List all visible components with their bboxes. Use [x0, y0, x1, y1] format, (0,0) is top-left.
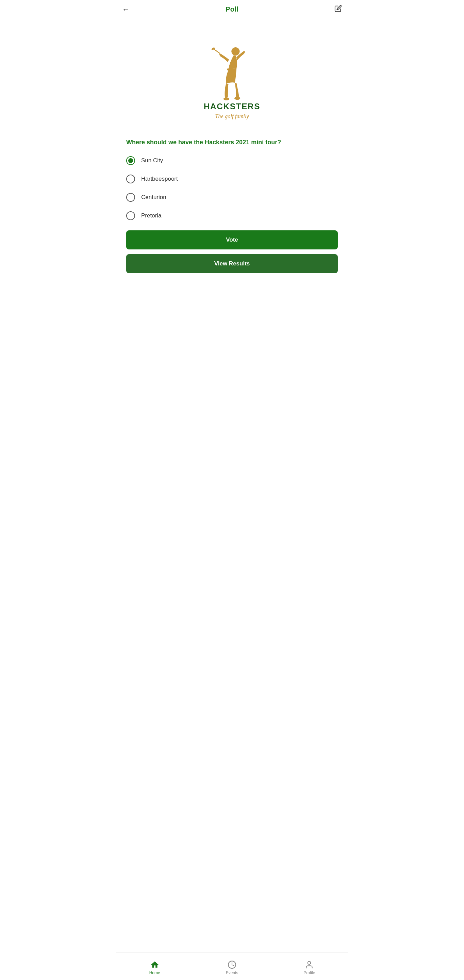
- view-results-button[interactable]: View Results: [126, 254, 338, 273]
- option-centurion[interactable]: Centurion: [126, 193, 338, 202]
- option-sun-city[interactable]: Sun City: [126, 156, 338, 165]
- svg-text:The golf family: The golf family: [215, 113, 249, 119]
- radio-sun-city[interactable]: [126, 156, 135, 165]
- option-pretoria[interactable]: Pretoria: [126, 211, 338, 220]
- vote-button[interactable]: Vote: [126, 231, 338, 250]
- svg-point-2: [224, 97, 229, 100]
- option-hartbeespoort[interactable]: Hartbeespoort: [126, 175, 338, 183]
- option-label-sun-city: Sun City: [141, 157, 163, 164]
- edit-button[interactable]: [334, 5, 342, 14]
- header: ← Poll: [116, 0, 348, 19]
- radio-inner-sun-city: [128, 158, 133, 163]
- radio-centurion[interactable]: [126, 193, 135, 202]
- option-label-hartbeespoort: Hartbeespoort: [141, 176, 178, 182]
- back-button[interactable]: ←: [122, 6, 130, 13]
- options-list: Sun City Hartbeespoort Centurion Pretori…: [126, 156, 338, 220]
- poll-question: Where should we have the Hacksters 2021 …: [126, 138, 338, 147]
- svg-point-3: [234, 97, 240, 100]
- svg-text:HACKSTERS: HACKSTERS: [204, 102, 261, 111]
- option-label-pretoria: Pretoria: [141, 212, 162, 219]
- svg-rect-4: [227, 68, 237, 70]
- option-label-centurion: Centurion: [141, 194, 166, 201]
- hacksters-logo: HACKSTERS The golf family: [184, 33, 280, 128]
- poll-content: Where should we have the Hacksters 2021 …: [116, 138, 348, 283]
- page-title: Poll: [226, 5, 238, 13]
- radio-hartbeespoort[interactable]: [126, 175, 135, 183]
- svg-point-0: [231, 47, 240, 56]
- logo-container: HACKSTERS The golf family: [116, 19, 348, 138]
- radio-pretoria[interactable]: [126, 211, 135, 220]
